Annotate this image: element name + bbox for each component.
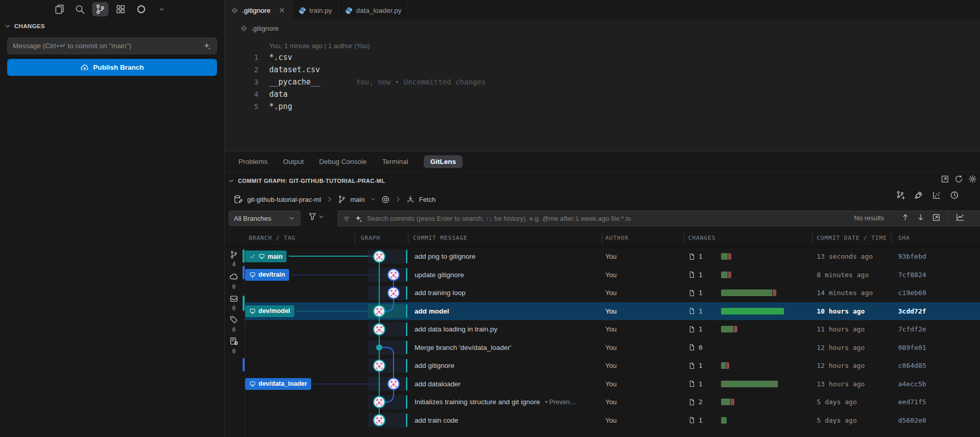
commit-row[interactable]: add data loading in train.pyYou 111 hour… (245, 320, 980, 339)
rail-count: 0 (225, 305, 243, 312)
panel-tab-terminal[interactable]: Terminal (382, 158, 408, 165)
commit-changes-bar (721, 417, 727, 424)
open-in-view-icon[interactable] (932, 213, 941, 222)
search-nav (901, 213, 965, 222)
commit-row[interactable]: add training loopYou 114 minutes agoc19e… (245, 284, 980, 302)
activity-search-icon[interactable] (72, 2, 88, 16)
commit-graph-header[interactable]: COMMIT GRAPH: GIT-GITHUB-TUTORIAL-PRAC-M… (225, 173, 980, 189)
rail-branch-icon[interactable]: 4 (225, 251, 243, 268)
branch-name: dev/train (258, 271, 285, 278)
commit-row[interactable]: Initializes training structure and git i… (245, 393, 980, 411)
rail-tag-icon[interactable]: 0 (225, 315, 243, 334)
activity-extensions-icon[interactable] (113, 2, 129, 16)
monitor-icon (249, 381, 256, 387)
commit-search-input[interactable] (367, 215, 980, 222)
publish-branch-label: Publish Branch (93, 64, 144, 71)
fetch-button[interactable]: Fetch (419, 196, 436, 203)
column-header[interactable]: SHA (898, 235, 910, 241)
line-number: 1 (240, 51, 258, 64)
panel-tab-gitlens[interactable]: GitLens (424, 155, 463, 168)
commit-row[interactable]: add train codeYou 15 days agod5602e0 (245, 411, 980, 430)
chevron-right-icon (326, 196, 333, 203)
tab-gitignore[interactable]: .gitignore (225, 0, 292, 20)
code-line[interactable]: 3 __pycache__You, now • Uncommitted chan… (225, 76, 980, 88)
current-branch[interactable]: main (351, 196, 365, 203)
branch-connector (313, 384, 387, 384)
filter-lines-icon[interactable] (342, 215, 351, 223)
open-in-editor-icon[interactable] (941, 175, 949, 183)
column-header[interactable]: AUTHOR (605, 235, 629, 241)
panel-tab-problems[interactable]: Problems (238, 158, 268, 165)
panel-tab-debug-console[interactable]: Debug Console (319, 158, 367, 165)
branch-name: dev/model (258, 307, 290, 315)
line-text: *.png (269, 100, 292, 113)
branches-filter-select[interactable]: All Branches (229, 211, 300, 226)
commit-files: 2 (688, 393, 703, 411)
publish-branch-button[interactable]: Publish Branch (7, 59, 217, 76)
breadcrumb-label: .gitignore (251, 25, 278, 32)
filter-button[interactable] (308, 212, 325, 221)
column-header[interactable]: CHANGES (688, 235, 715, 241)
column-header[interactable]: GRAPH (361, 235, 380, 241)
minimap-marker (243, 358, 245, 371)
column-header[interactable]: BRANCH / TAG (249, 235, 295, 241)
target-icon[interactable] (381, 195, 390, 204)
branch-pill-dev-train[interactable]: dev/train (245, 269, 289, 281)
tab-data-loader-py[interactable]: data_loader.py (339, 0, 408, 20)
column-header[interactable]: COMMIT DATE / TIME (817, 235, 887, 241)
commit-sha: eed71f5 (898, 393, 926, 411)
commit-sha: 93bfebd (898, 247, 926, 266)
tab-label: train.py (310, 7, 332, 14)
scatter-graph-icon[interactable] (932, 191, 941, 200)
tab-label: data_loader.py (356, 7, 402, 14)
changes-section-header[interactable]: CHANGES (4, 23, 45, 30)
repo-name[interactable]: git-github-tutorial-prac-ml (247, 196, 321, 203)
refresh-icon[interactable] (954, 175, 963, 183)
arrow-down-icon[interactable] (917, 213, 925, 221)
tab-train-py[interactable]: train.py (292, 0, 339, 20)
chevron-down-icon (318, 213, 325, 220)
code-line[interactable]: 4 data (225, 88, 980, 100)
files-count: 1 (699, 362, 703, 369)
code-line[interactable]: 5 *.png (225, 100, 980, 113)
commit-row[interactable]: mainadd png to gitignoreYou 113 seconds … (245, 247, 980, 266)
arrow-up-icon[interactable] (901, 213, 909, 221)
close-icon[interactable] (278, 7, 286, 14)
column-header[interactable]: COMMIT MESSAGE (413, 235, 468, 241)
branch-create-icon[interactable] (896, 191, 905, 200)
activity-explorer-icon[interactable] (51, 2, 68, 16)
commit-files: 0 (688, 339, 703, 357)
files-count: 1 (699, 307, 703, 315)
activity-source-control-icon[interactable] (92, 2, 108, 16)
commit-row[interactable]: dev/trainupdate gitignoreYou 18 minutes … (245, 266, 980, 284)
code-line[interactable]: 2 dataset.csv (225, 64, 980, 76)
editor-tab-bar: .gitignore train.py data_loader.py (225, 0, 980, 20)
activity-chevron-down-icon[interactable] (154, 2, 170, 16)
sparkle-icon[interactable] (355, 215, 363, 223)
rail-worktree-icon[interactable]: 0 (225, 337, 243, 355)
line-chart-icon[interactable] (955, 213, 965, 222)
commit-row[interactable]: Merge branch 'dev/data_loader'You 012 ho… (245, 339, 980, 357)
panel-tab-output[interactable]: Output (283, 158, 304, 165)
commit-row[interactable]: dev/modeladd modelYou 110 hours ago3cdd7… (245, 302, 980, 321)
branch-pill-main[interactable]: main (245, 251, 287, 262)
activity-copilot-icon[interactable] (133, 2, 149, 16)
minimap-marker (243, 296, 245, 311)
breadcrumb[interactable]: .gitignore (240, 25, 278, 32)
branch-pill-dev-model[interactable]: dev/model (245, 305, 294, 317)
commit-message: add training loop (415, 284, 466, 302)
branch-pill-dev-data_loader[interactable]: dev/data_loader (245, 378, 311, 390)
commit-message-input[interactable] (13, 42, 203, 50)
rail-cloud-icon[interactable]: 0 (225, 272, 243, 290)
sparkle-icon[interactable] (203, 42, 211, 50)
code-line[interactable]: 1 *.csv (225, 51, 980, 64)
launchpad-icon[interactable] (914, 191, 923, 200)
commit-sha: c19eb69 (898, 284, 926, 302)
rail-stash-icon[interactable]: 0 (225, 294, 243, 312)
history-icon[interactable] (950, 191, 959, 200)
files-count: 1 (699, 271, 703, 279)
commit-row[interactable]: dev/data_loaderadd dataloaderYou 113 hou… (245, 375, 980, 393)
gear-icon[interactable] (968, 175, 977, 183)
repo-icon[interactable] (233, 195, 243, 204)
commit-row[interactable]: add gitignoreYou 112 hours agoc064d85 (245, 357, 980, 375)
